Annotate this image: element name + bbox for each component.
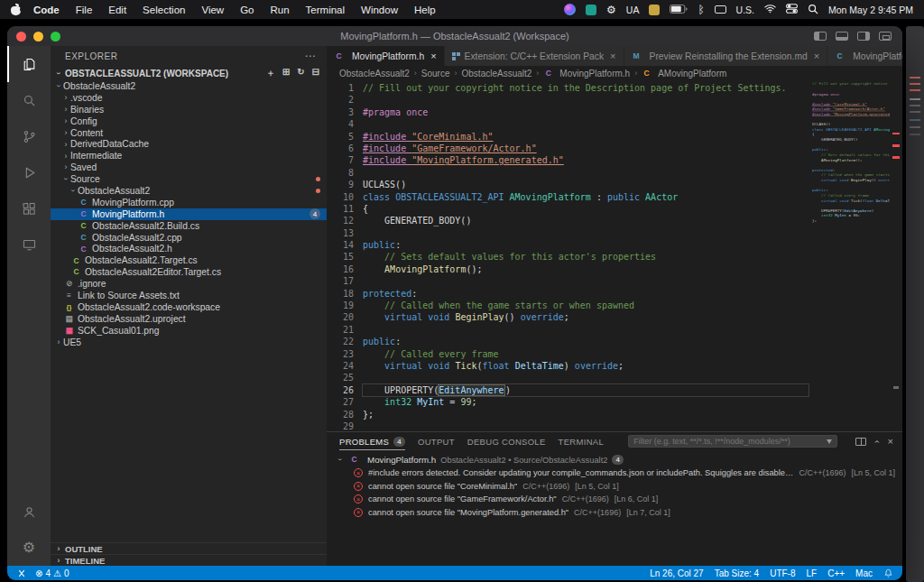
tree-file-obstacleassualt2-h[interactable]: CObstacleAssualt2.h	[51, 243, 327, 254]
tree-folder-deriveddatacache[interactable]: ›DerivedDataCache	[51, 138, 327, 150]
menu-file[interactable]: File	[68, 5, 101, 15]
code-line-9[interactable]: UCLASS()	[363, 179, 808, 190]
account-icon[interactable]	[7, 494, 51, 530]
breadcrumb-item-movingplatform-h[interactable]: CMovingPlatform.h	[543, 69, 630, 79]
display-icon[interactable]	[715, 5, 726, 14]
tree-file-link-to-source-assets-txt[interactable]: ≡Link to Source Assets.txt	[51, 290, 327, 301]
extensions-icon[interactable]	[7, 190, 51, 226]
app-icon-teal[interactable]	[586, 5, 596, 15]
code-line-17[interactable]	[363, 275, 808, 287]
menu-run[interactable]: Run	[262, 5, 297, 15]
tab-preview-reinstalling-the-extension-md[interactable]: MPreview Reinstalling the Extension.md×	[624, 46, 828, 66]
code-line-5[interactable]: #include "CoreMinimal.h"	[363, 131, 808, 143]
input-source-ua[interactable]: UA	[626, 5, 640, 15]
breadcrumb-item-obstacleassualt2[interactable]: ObstacleAssualt2	[462, 69, 532, 79]
breadcrumb-item-source[interactable]: Source	[421, 69, 450, 79]
tree-file-ignore[interactable]: ⊘.ignore	[51, 278, 327, 290]
code-line-23[interactable]: // Called every frame	[363, 348, 808, 360]
tree-file-obstacleassualt2-build-cs[interactable]: CObstacleAssualt2.Build.cs	[51, 220, 327, 232]
code-line-25[interactable]	[363, 372, 808, 383]
breadcrumb-item-amovingplatform[interactable]: CAMovingPlatform	[642, 69, 726, 79]
menu-go[interactable]: Go	[232, 5, 262, 15]
tree-folder-obstacleassualt2[interactable]: ›ObstacleAssualt2	[51, 80, 327, 92]
tree-file-obstacleassualt2-target-cs[interactable]: CObstacleAssualt2.Target.cs	[51, 254, 327, 266]
zoom-button[interactable]	[51, 32, 60, 42]
tree-folder-vscode[interactable]: ›.vscode	[51, 92, 327, 104]
tree-file-obstacleassualt2-uproject[interactable]: ▤ObstacleAssualt2.uproject	[51, 313, 327, 325]
code-line-29[interactable]	[363, 420, 808, 431]
search-icon[interactable]	[7, 82, 51, 118]
language-mode[interactable]: C++	[827, 568, 845, 578]
source-control-icon[interactable]	[7, 118, 51, 154]
code-line-18[interactable]: protected:	[363, 288, 808, 300]
problems-file-row[interactable]: › C MovingPlatform.h ObstacleAssualt2 • …	[327, 453, 902, 467]
problem-item-2[interactable]: ×cannot open source file "CoreMinimal.h"…	[327, 480, 902, 494]
tree-folder-obstacleassualt2[interactable]: ›ObstacleAssualt2	[51, 185, 327, 197]
tab-movingplatform-h[interactable]: CMovingPlatform.h×	[327, 46, 445, 66]
tree-file-sck-casual01-png[interactable]: ▦SCK_Casual01.png	[51, 325, 327, 337]
tree-file-movingplatform-h[interactable]: CMovingPlatform.h4	[51, 208, 327, 220]
control-center-icon[interactable]	[786, 3, 798, 16]
menu-help[interactable]: Help	[406, 5, 444, 15]
tree-folder-config[interactable]: ›Config	[51, 115, 327, 127]
code-line-10[interactable]: class OBSTACLEASSUALT2_API AMovingPlatfo…	[363, 191, 808, 203]
customize-layout-icon[interactable]	[879, 32, 892, 41]
refresh-icon[interactable]: ↻	[297, 67, 304, 79]
system-gear-icon[interactable]: ⚙	[606, 5, 616, 15]
close-tab-icon[interactable]: ×	[814, 51, 819, 61]
outline-section[interactable]: › OUTLINE	[51, 542, 327, 554]
menu-code[interactable]: Code	[25, 5, 68, 15]
code-line-28[interactable]: };	[363, 409, 808, 420]
tree-folder-source[interactable]: ›Source	[51, 173, 327, 185]
new-folder-icon[interactable]: ⊞	[282, 67, 290, 79]
apple-menu-icon[interactable]	[11, 4, 22, 16]
code-line-2[interactable]	[363, 94, 808, 106]
panel-tab-debug-console[interactable]: DEBUG CONSOLE	[467, 432, 546, 450]
tree-folder-intermediate[interactable]: ›Intermediate	[51, 150, 327, 162]
minimize-button[interactable]	[33, 32, 43, 42]
close-panel-icon[interactable]: ×	[888, 436, 893, 447]
menu-selection[interactable]: Selection	[134, 5, 193, 15]
search-icon[interactable]	[808, 4, 818, 16]
close-tab-icon[interactable]: ×	[610, 51, 615, 61]
bluetooth-icon[interactable]: ᛒ	[698, 5, 704, 15]
code-line-13[interactable]	[363, 227, 808, 239]
problem-item-4[interactable]: ×cannot open source file "MovingPlatform…	[327, 506, 902, 520]
run-debug-icon[interactable]	[7, 154, 51, 190]
remote-indicator[interactable]	[16, 568, 27, 578]
problem-item-1[interactable]: ×#include errors detected. Consider upda…	[327, 467, 902, 480]
code-line-27[interactable]: int32 MyInt = 99;	[363, 396, 808, 408]
panel-tab-output[interactable]: OUTPUT	[418, 432, 455, 450]
overview-ruler[interactable]	[890, 80, 902, 431]
encoding[interactable]: UTF-8	[770, 568, 795, 578]
problems-filter-input[interactable]	[633, 437, 823, 446]
code-line-24[interactable]: virtual void Tick(float DeltaTime) overr…	[363, 360, 808, 372]
tab-extension-c-c-extension-pack[interactable]: Extension: C/C++ Extension Pack×	[445, 46, 624, 66]
code-line-11[interactable]: {	[363, 203, 808, 215]
code-line-12[interactable]: GENERATED_BODY()	[363, 215, 808, 226]
tree-folder-saved[interactable]: ›Saved	[51, 162, 327, 173]
code-line-26[interactable]: UPROPERTY(EditAnywhere)	[363, 384, 808, 396]
explorer-icon[interactable]	[7, 46, 51, 82]
toggle-sidebar-icon[interactable]	[814, 32, 827, 41]
cpp-configuration[interactable]: Mac	[855, 568, 873, 578]
problems-status[interactable]: ⊗ 4 ⚠ 0	[35, 568, 69, 578]
close-tab-icon[interactable]: ×	[430, 51, 436, 61]
code-line-6[interactable]: #include "GameFramework/Actor.h"	[363, 143, 808, 154]
menu-window[interactable]: Window	[353, 5, 406, 15]
close-button[interactable]	[16, 32, 26, 42]
menu-clock[interactable]: Mon May 2 9:45 PM	[828, 5, 913, 15]
maximize-panel-icon[interactable]: ›	[872, 439, 882, 442]
window-title-bar[interactable]: MovingPlatform.h — ObstacleAssualt2 (Wor…	[7, 26, 902, 46]
code-line-16[interactable]: AMovingPlatform();	[363, 263, 808, 275]
collapse-all-icon[interactable]: ⊟	[312, 67, 319, 79]
menu-terminal[interactable]: Terminal	[298, 5, 353, 15]
tree-file-obstacleassualt2editor-target-cs[interactable]: CObstacleAssualt2Editor.Target.cs	[51, 266, 327, 278]
menu-view[interactable]: View	[193, 5, 232, 15]
code-line-8[interactable]	[363, 167, 808, 179]
tree-folder-binaries[interactable]: ›Binaries	[51, 104, 327, 115]
code-line-1[interactable]: // Fill out your copyright notice in the…	[363, 82, 808, 94]
battery-icon[interactable]	[670, 5, 688, 15]
breadcrumb-item-obstacleassualt2[interactable]: ObstacleAssualt2	[339, 69, 410, 79]
settings-gear-icon[interactable]: ⚙	[7, 530, 51, 566]
